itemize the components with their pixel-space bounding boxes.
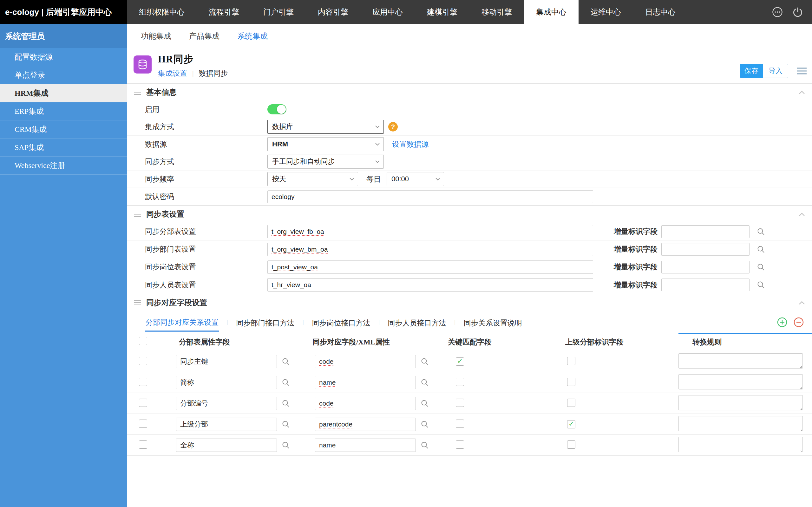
select-all-checkbox[interactable] <box>139 337 147 345</box>
key-match-checkbox[interactable] <box>456 441 464 449</box>
tab-product-integration[interactable]: 产品集成 <box>189 31 219 41</box>
nav-tab-org-permissions[interactable]: 组织权限中心 <box>127 0 197 24</box>
key-match-checkbox[interactable] <box>456 378 464 386</box>
increment-field-input[interactable] <box>661 243 750 256</box>
collapse-section-icon[interactable] <box>798 90 806 95</box>
search-icon[interactable] <box>757 227 765 236</box>
search-icon[interactable] <box>281 441 290 450</box>
enable-toggle[interactable] <box>267 104 287 114</box>
more-options-icon[interactable] <box>771 6 783 18</box>
sidebar-item-webservice-register[interactable]: Webservice注册 <box>0 157 127 175</box>
sync-field-input[interactable]: code <box>315 355 416 368</box>
collapse-section-icon[interactable] <box>798 300 806 306</box>
sync-field-input[interactable]: code <box>315 397 416 410</box>
key-match-checkbox[interactable] <box>456 419 464 428</box>
increment-field-input[interactable] <box>661 279 750 291</box>
list-view-icon[interactable] <box>797 66 807 75</box>
search-icon[interactable] <box>420 441 429 450</box>
tab-system-integration[interactable]: 系统集成 <box>237 31 268 41</box>
attr-field-input[interactable]: 分部编号 <box>176 397 277 410</box>
row-select-checkbox[interactable] <box>139 399 147 407</box>
attr-field-input[interactable]: 上级分部 <box>176 418 277 431</box>
search-icon[interactable] <box>757 263 765 272</box>
sync-time-select[interactable]: 00:00 <box>387 172 444 186</box>
nav-tab-workflow-engine[interactable]: 流程引擎 <box>197 0 251 24</box>
nav-tab-modeling-engine[interactable]: 建模引擎 <box>415 0 469 24</box>
tab-relation-help[interactable]: 同步关系设置说明 <box>463 313 523 331</box>
search-icon[interactable] <box>281 378 290 387</box>
nav-tab-app-center[interactable]: 应用中心 <box>360 0 415 24</box>
attr-field-input[interactable]: 全称 <box>176 439 277 452</box>
nav-tab-log-center[interactable]: 日志中心 <box>633 0 688 24</box>
save-button[interactable]: 保存 <box>740 64 763 78</box>
attr-field-input[interactable]: 简称 <box>176 376 277 389</box>
branch-table-input[interactable]: t_org_view_fb_oa <box>267 225 593 238</box>
parent-flag-checkbox[interactable] <box>567 378 575 386</box>
parent-flag-checkbox[interactable] <box>567 357 575 365</box>
sidebar-item-sso[interactable]: 单点登录 <box>0 66 127 84</box>
tab-integration-settings[interactable]: 集成设置 <box>158 68 187 78</box>
default-password-input[interactable] <box>267 190 593 203</box>
sidebar-item-crm-integration[interactable]: CRM集成 <box>0 120 127 138</box>
search-icon[interactable] <box>281 420 290 429</box>
attr-field-input[interactable]: 同步主键 <box>176 355 277 368</box>
tab-branch-mapping[interactable]: 分部同步对应关系设置 <box>145 313 219 332</box>
sidebar-item-hrm-integration[interactable]: HRM集成 <box>0 84 127 102</box>
tab-function-integration[interactable]: 功能集成 <box>141 31 171 41</box>
transform-rule-textarea[interactable] <box>678 395 803 410</box>
increment-field-input[interactable] <box>661 225 750 238</box>
help-icon[interactable] <box>388 122 398 131</box>
add-row-icon[interactable] <box>777 317 787 327</box>
row-select-checkbox[interactable] <box>139 419 147 428</box>
import-button[interactable]: 导入 <box>763 64 788 78</box>
dept-table-input[interactable]: t_org_view_bm_oa <box>267 243 593 256</box>
tab-data-sync[interactable]: 数据同步 <box>199 68 228 78</box>
search-icon[interactable] <box>281 399 290 408</box>
search-icon[interactable] <box>420 357 429 366</box>
datasource-select[interactable]: HRM <box>267 137 384 151</box>
tab-position-interface[interactable]: 同步岗位接口方法 <box>311 313 371 331</box>
sidebar-item-datasource-config[interactable]: 配置数据源 <box>0 48 127 66</box>
power-icon[interactable] <box>792 6 804 18</box>
search-icon[interactable] <box>420 399 429 408</box>
sync-frequency-select[interactable]: 按天 <box>267 172 358 186</box>
sync-field-input[interactable]: name <box>315 376 416 389</box>
integration-method-select[interactable]: 数据库 <box>267 120 384 134</box>
search-icon[interactable] <box>281 357 290 366</box>
search-icon[interactable] <box>757 280 765 289</box>
row-select-checkbox[interactable] <box>139 441 147 449</box>
tab-dept-interface[interactable]: 同步部门接口方法 <box>235 313 295 331</box>
key-match-checkbox[interactable] <box>456 357 464 366</box>
parent-flag-checkbox[interactable] <box>567 441 575 449</box>
collapse-section-icon[interactable] <box>798 212 806 217</box>
sync-field-input[interactable]: parentcode <box>315 418 416 431</box>
increment-field-label: 增量标识字段 <box>614 227 658 236</box>
sidebar-item-erp-integration[interactable]: ERP集成 <box>0 102 127 120</box>
search-icon[interactable] <box>420 378 429 387</box>
transform-rule-textarea[interactable] <box>678 353 803 369</box>
key-match-checkbox[interactable] <box>456 399 464 407</box>
parent-flag-checkbox[interactable] <box>567 420 575 429</box>
search-icon[interactable] <box>420 420 429 429</box>
nav-tab-mobile-engine[interactable]: 移动引擎 <box>469 0 524 24</box>
nav-tab-ops-center[interactable]: 运维中心 <box>578 0 633 24</box>
personnel-table-input[interactable]: t_hr_view_oa <box>267 278 593 291</box>
transform-rule-textarea[interactable] <box>678 374 803 389</box>
search-icon[interactable] <box>757 245 765 254</box>
nav-tab-integration-center[interactable]: 集成中心 <box>524 0 578 24</box>
nav-tab-content-engine[interactable]: 内容引擎 <box>306 0 360 24</box>
position-table-input[interactable]: t_post_view_oa <box>267 261 593 274</box>
tab-personnel-interface[interactable]: 同步人员接口方法 <box>387 313 447 331</box>
nav-tab-portal-engine[interactable]: 门户引擎 <box>251 0 306 24</box>
transform-rule-textarea[interactable] <box>678 437 803 452</box>
increment-field-input[interactable] <box>661 261 750 274</box>
parent-flag-checkbox[interactable] <box>567 399 575 407</box>
row-select-checkbox[interactable] <box>139 378 147 386</box>
remove-row-icon[interactable] <box>794 317 804 327</box>
row-select-checkbox[interactable] <box>139 357 147 365</box>
sync-method-select[interactable]: 手工同步和自动同步 <box>267 155 384 169</box>
transform-rule-textarea[interactable] <box>678 416 803 431</box>
datasource-config-link[interactable]: 设置数据源 <box>392 139 428 149</box>
sidebar-item-sap-integration[interactable]: SAP集成 <box>0 138 127 157</box>
sync-field-input[interactable]: name <box>315 439 416 452</box>
